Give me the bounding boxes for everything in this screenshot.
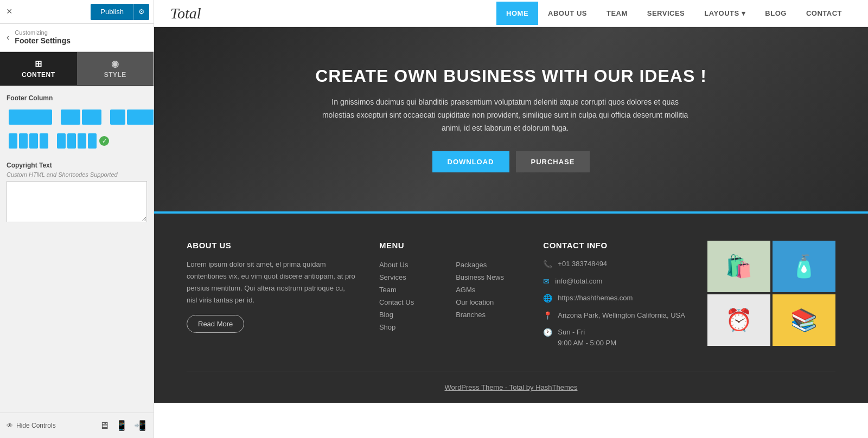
contact-email: ✉ info@total.com xyxy=(543,276,685,287)
footer-images-col xyxy=(707,241,835,355)
tab-content[interactable]: ⊞ CONTENT xyxy=(0,52,77,85)
footer-menu-cols: About Us Services Team Contact Us Blog S… xyxy=(379,259,521,333)
contact-web-text: https://hashthemes.com xyxy=(558,293,633,304)
desktop-view-button[interactable]: 🖥 xyxy=(98,418,110,433)
sidebar-topbar: × Publish ⚙ xyxy=(0,0,154,24)
tablet-view-button[interactable]: 📱 xyxy=(114,418,129,433)
col-layout-2[interactable] xyxy=(59,107,104,127)
publish-area: Publish ⚙ xyxy=(91,4,149,20)
menu-link-services[interactable]: Services xyxy=(379,271,445,284)
copyright-section: Copyright Text Custom HTML and Shortcode… xyxy=(7,162,147,224)
nav-team[interactable]: TEAM xyxy=(597,2,637,25)
hero-content: CREATE OWN BUSINESS WITH OUR IDEAS ! In … xyxy=(315,66,707,172)
menu-link-branches[interactable]: Branches xyxy=(456,308,521,321)
publish-button[interactable]: Publish xyxy=(91,4,133,20)
purchase-button[interactable]: PURCHASE xyxy=(516,151,590,172)
col-block xyxy=(9,110,52,125)
hero-section: CREATE OWN BUSINESS WITH OUR IDEAS ! In … xyxy=(154,27,868,211)
copyright-label: Copyright Text xyxy=(7,162,147,169)
footer-menu-col-1: About Us Services Team Contact Us Blog S… xyxy=(379,259,445,333)
site-logo: Total xyxy=(170,5,201,22)
footer-image-4 xyxy=(773,294,835,346)
hero-buttons: DOWNLOAD PURCHASE xyxy=(315,151,707,172)
col-block xyxy=(57,133,66,149)
page-title: Footer Settings xyxy=(15,36,71,45)
contact-phone-text: +01 383748494 xyxy=(558,259,607,269)
menu-link-our-location[interactable]: Our location xyxy=(456,296,521,308)
clock-icon: 🕐 xyxy=(543,328,552,337)
footer-about-text: Lorem ipsum dolor sit amet, el prima qui… xyxy=(187,259,358,306)
gear-icon: ⚙ xyxy=(138,8,145,16)
col-block xyxy=(78,133,86,149)
footer-top: ABOUT US Lorem ipsum dolor sit amet, el … xyxy=(187,241,835,355)
contact-phone: 📞 +01 383748494 xyxy=(543,259,685,269)
phone-icon: 📞 xyxy=(543,260,552,268)
location-icon: 📍 xyxy=(543,311,552,320)
nav-layouts[interactable]: LAYOUTS xyxy=(694,2,755,25)
col-block xyxy=(127,110,154,125)
copyright-textarea[interactable] xyxy=(7,181,147,222)
menu-link-agms[interactable]: AGMs xyxy=(456,284,521,296)
back-nav[interactable]: ‹ Customizing Footer Settings xyxy=(0,24,154,51)
device-buttons: 🖥 📱 📲 xyxy=(98,418,147,433)
col-block xyxy=(88,133,97,149)
contact-address-text: Arizona Park, Wellington California, USA xyxy=(558,310,685,321)
col-layout-3[interactable] xyxy=(108,107,154,127)
copyright-hint: Custom HTML and Shortcodes Supported xyxy=(7,171,147,178)
footer-image-1 xyxy=(707,241,770,292)
back-arrow-icon: ‹ xyxy=(7,33,9,42)
sidebar: × Publish ⚙ ‹ Customizing Footer Setting… xyxy=(0,0,154,438)
col-block xyxy=(110,110,125,125)
nav-blog[interactable]: BLOG xyxy=(755,2,796,25)
mobile-view-button[interactable]: 📲 xyxy=(133,418,147,433)
footer-contact-title: CONTACT INFO xyxy=(543,241,685,250)
image-grid xyxy=(707,241,835,346)
col-layout-1[interactable] xyxy=(7,107,54,127)
nav-contact[interactable]: CONTACT xyxy=(796,2,852,25)
menu-link-shop[interactable]: Shop xyxy=(379,321,445,333)
customizing-label: Customizing xyxy=(15,29,71,36)
nav-home[interactable]: HOME xyxy=(496,2,538,25)
menu-link-about[interactable]: About Us xyxy=(379,259,445,271)
footer-image-3 xyxy=(707,294,770,346)
col-block xyxy=(19,133,28,149)
footer-about-col: ABOUT US Lorem ipsum dolor sit amet, el … xyxy=(187,241,358,355)
read-more-button[interactable]: Read More xyxy=(187,315,244,333)
col-block xyxy=(82,110,101,125)
tab-bar: ⊞ CONTENT ◉ STYLE xyxy=(0,52,154,86)
hero-title: CREATE OWN BUSINESS WITH OUR IDEAS ! xyxy=(315,66,707,86)
col-layout-5-selected[interactable]: ✓ xyxy=(55,131,111,151)
sidebar-content: Footer Column xyxy=(0,86,154,233)
footer-menu-col: MENU About Us Services Team Contact Us B… xyxy=(379,241,521,355)
hide-controls-button[interactable]: 👁 Hide Controls xyxy=(7,422,56,429)
col-block xyxy=(61,110,80,125)
menu-link-business-news[interactable]: Business News xyxy=(456,271,521,284)
selected-check-icon: ✓ xyxy=(99,136,109,146)
email-icon: ✉ xyxy=(543,277,550,286)
download-button[interactable]: DOWNLOAD xyxy=(432,151,509,172)
close-button[interactable]: × xyxy=(4,4,15,20)
menu-link-packages[interactable]: Packages xyxy=(456,259,521,271)
menu-link-team[interactable]: Team xyxy=(379,284,445,296)
nav-links: HOME ABOUT US TEAM SERVICES LAYOUTS BLOG… xyxy=(496,2,852,25)
col-row-2: ✓ xyxy=(7,131,147,151)
site-footer: ABOUT US Lorem ipsum dolor sit amet, el … xyxy=(154,214,868,403)
col-layout-4[interactable] xyxy=(7,131,50,151)
settings-button[interactable]: ⚙ xyxy=(133,4,149,20)
top-nav: Total HOME ABOUT US TEAM SERVICES LAYOUT… xyxy=(154,0,868,27)
eye-icon: 👁 xyxy=(7,422,13,429)
menu-link-blog[interactable]: Blog xyxy=(379,308,445,321)
sidebar-header: × Publish ⚙ ‹ Customizing Footer Setting… xyxy=(0,0,154,52)
hide-controls-label: Hide Controls xyxy=(16,422,56,429)
nav-about[interactable]: ABOUT US xyxy=(538,2,597,25)
nav-services[interactable]: SERVICES xyxy=(637,2,695,25)
menu-link-contact[interactable]: Contact Us xyxy=(379,296,445,308)
footer-bottom-link[interactable]: WordPress Theme - Total by HashThemes xyxy=(445,383,578,391)
col-block xyxy=(67,133,76,149)
footer-columns-grid: ✓ xyxy=(7,107,147,151)
content-icon: ⊞ xyxy=(35,59,42,69)
contact-hours-text: Sun - Fri9:00 AM - 5:00 PM xyxy=(558,327,616,348)
tab-style[interactable]: ◉ STYLE xyxy=(77,52,154,85)
globe-icon: 🌐 xyxy=(543,294,552,302)
col-row-1 xyxy=(7,107,147,127)
